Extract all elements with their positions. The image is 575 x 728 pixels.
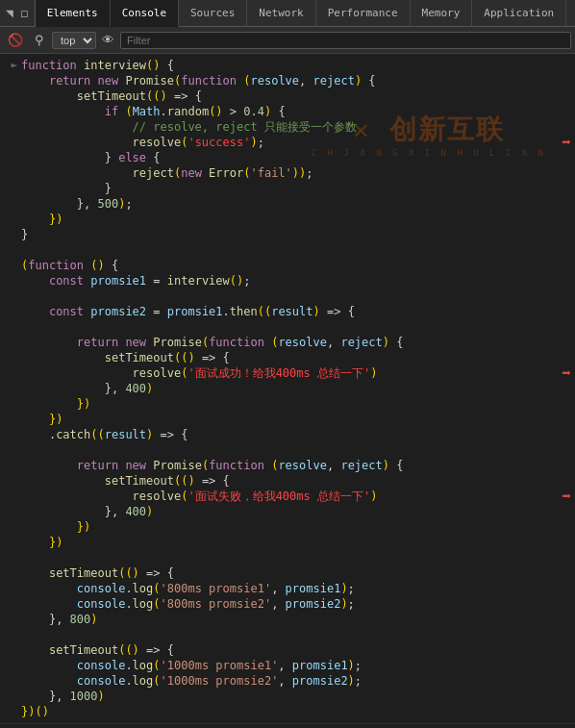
code-line <box>0 289 575 304</box>
code-line: } <box>0 227 575 242</box>
code-line: ► function interview() { <box>0 58 575 73</box>
code-line: }) <box>0 212 575 227</box>
code-line <box>0 550 575 565</box>
tab-application[interactable]: Application <box>472 0 566 26</box>
code-line: .catch((result) => { <box>0 427 575 442</box>
code-line: setTimeout(() => { <box>0 642 575 658</box>
inspect-icon[interactable]: ◥ <box>4 4 15 22</box>
code-line: }, 400) <box>0 381 575 396</box>
code-line: }) <box>0 412 575 427</box>
clear-console-button[interactable]: 🚫 <box>4 31 27 49</box>
code-line: return new Promise(function (resolve, re… <box>0 458 575 473</box>
tab-performance[interactable]: Performance <box>316 0 411 26</box>
code-line: if (Math.random() > 0.4) { <box>0 104 575 119</box>
devtools-icons: ◥ ◻ <box>0 0 36 26</box>
code-line <box>0 627 575 642</box>
arrow-annotation-3: ➡ <box>562 489 571 504</box>
tab-elements[interactable]: Elements <box>36 0 111 27</box>
code-line: (function () { <box>0 258 575 273</box>
tab-memory[interactable]: Memory <box>411 0 473 26</box>
code-line: } else { <box>0 150 575 165</box>
eye-button[interactable]: 👁 <box>100 31 116 49</box>
tab-network[interactable]: Network <box>247 0 315 26</box>
code-line: // resolve, reject 只能接受一个参数 <box>0 119 575 135</box>
code-line: }) <box>0 519 575 535</box>
console-row-undefined: ◀ undefined <box>0 724 575 728</box>
tab-bar: ◥ ◻ Elements Console Sources Network Per… <box>0 0 575 27</box>
code-line: reject(new Error('fail')); <box>0 165 575 181</box>
code-line: return new Promise(function (resolve, re… <box>0 73 575 88</box>
code-area: ✕ 创新互联 C H J A N G X I N H U L I A N ► f… <box>0 54 575 723</box>
code-line: console.log('800ms promsie1', promsie1); <box>0 581 575 596</box>
code-line: }, 500); <box>0 196 575 212</box>
tab-sources[interactable]: Sources <box>179 0 247 26</box>
console-toolbar: 🚫 ⚲ top 👁 <box>0 27 575 54</box>
code-line <box>0 442 575 458</box>
code-line: console.log('1000ms promsie2', promsie2)… <box>0 673 575 689</box>
tab-console[interactable]: Console <box>111 0 179 27</box>
code-line <box>0 319 575 335</box>
code-line: resolve('面试失败，给我400ms 总结一下') ➡ <box>0 489 575 504</box>
code-line: }, 800) <box>0 612 575 627</box>
code-line: console.log('1000ms promsie1', promsie1)… <box>0 658 575 673</box>
code-line: }) <box>0 535 575 550</box>
code-line: setTimeout(() => { <box>0 473 575 489</box>
code-line: resolve('success'); ➡ <box>0 135 575 150</box>
filter-input[interactable] <box>120 32 571 49</box>
code-line: }, 400) <box>0 504 575 519</box>
code-line: const promsie1 = interview(); <box>0 273 575 289</box>
code-line: }, 1000) <box>0 689 575 704</box>
code-line: resolve('面试成功！给我400ms 总结一下') ➡ <box>0 365 575 381</box>
arrow-annotation-2: ➡ <box>562 365 571 381</box>
code-line: setTimeout(() => { <box>0 88 575 104</box>
code-line: console.log('800ms promsie2', promsie2); <box>0 596 575 612</box>
code-line: setTimeout(() => { <box>0 565 575 581</box>
arrow-annotation: ➡ <box>562 135 571 150</box>
console-output: ◀ undefined ▸ 800ms promsie1 Promise { <… <box>0 723 575 728</box>
code-line: }) <box>0 396 575 412</box>
code-line: })() <box>0 704 575 719</box>
code-line: const promsie2 = promsie1.then((result) … <box>0 304 575 319</box>
code-line <box>0 242 575 258</box>
filter-toggle-button[interactable]: ⚲ <box>31 31 48 49</box>
code-line: } <box>0 181 575 196</box>
context-select[interactable]: top <box>52 32 96 49</box>
code-line: return new Promise(function (resolve, re… <box>0 335 575 350</box>
device-icon[interactable]: ◻ <box>19 4 31 22</box>
code-line: setTimeout(() => { <box>0 350 575 365</box>
